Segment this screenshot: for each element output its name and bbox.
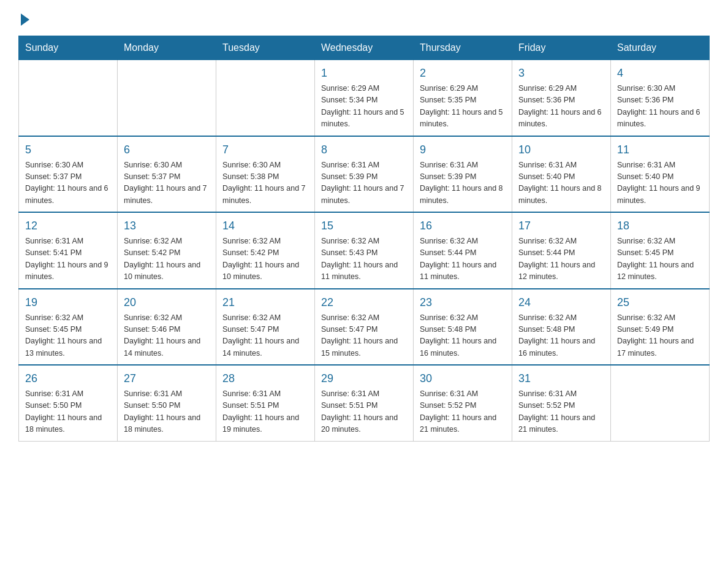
day-info: Sunrise: 6:32 AMSunset: 5:47 PMDaylight:… [222, 312, 308, 360]
calendar-cell: 3Sunrise: 6:29 AMSunset: 5:36 PMDaylight… [512, 60, 611, 136]
calendar-cell: 12Sunrise: 6:31 AMSunset: 5:41 PMDayligh… [19, 212, 118, 289]
day-info: Sunrise: 6:32 AMSunset: 5:48 PMDaylight:… [518, 312, 604, 360]
calendar-cell: 26Sunrise: 6:31 AMSunset: 5:50 PMDayligh… [19, 365, 118, 441]
day-number: 18 [617, 218, 703, 234]
day-info: Sunrise: 6:32 AMSunset: 5:45 PMDaylight:… [25, 312, 111, 360]
calendar-week-row: 12Sunrise: 6:31 AMSunset: 5:41 PMDayligh… [19, 212, 710, 289]
day-number: 31 [518, 370, 604, 387]
logo [18, 12, 29, 23]
day-info: Sunrise: 6:29 AMSunset: 5:34 PMDaylight:… [321, 83, 407, 131]
day-info: Sunrise: 6:31 AMSunset: 5:51 PMDaylight:… [222, 388, 308, 436]
day-info: Sunrise: 6:30 AMSunset: 5:38 PMDaylight:… [222, 159, 308, 207]
calendar-cell: 28Sunrise: 6:31 AMSunset: 5:51 PMDayligh… [216, 365, 315, 441]
calendar-cell: 25Sunrise: 6:32 AMSunset: 5:49 PMDayligh… [611, 289, 710, 366]
column-header-tuesday: Tuesday [216, 36, 315, 60]
day-info: Sunrise: 6:31 AMSunset: 5:40 PMDaylight:… [617, 159, 703, 207]
day-number: 3 [518, 65, 604, 82]
day-info: Sunrise: 6:32 AMSunset: 5:44 PMDaylight:… [518, 236, 604, 283]
calendar-week-row: 5Sunrise: 6:30 AMSunset: 5:37 PMDaylight… [19, 136, 710, 213]
day-number: 16 [420, 218, 506, 234]
calendar-cell: 5Sunrise: 6:30 AMSunset: 5:37 PMDaylight… [19, 136, 118, 213]
day-number: 8 [321, 142, 407, 158]
day-info: Sunrise: 6:32 AMSunset: 5:43 PMDaylight:… [321, 236, 407, 283]
calendar-cell: 16Sunrise: 6:32 AMSunset: 5:44 PMDayligh… [414, 212, 512, 289]
day-info: Sunrise: 6:32 AMSunset: 5:44 PMDaylight:… [420, 236, 506, 283]
day-number: 1 [321, 65, 407, 82]
calendar-cell: 23Sunrise: 6:32 AMSunset: 5:48 PMDayligh… [414, 289, 512, 366]
day-info: Sunrise: 6:31 AMSunset: 5:50 PMDaylight:… [25, 388, 111, 436]
day-number: 9 [420, 142, 506, 158]
day-number: 26 [25, 370, 111, 387]
calendar-cell: 1Sunrise: 6:29 AMSunset: 5:34 PMDaylight… [315, 60, 414, 136]
day-number: 30 [420, 370, 506, 387]
day-number: 13 [124, 218, 210, 234]
day-number: 17 [518, 218, 604, 234]
calendar-cell: 27Sunrise: 6:31 AMSunset: 5:50 PMDayligh… [118, 365, 216, 441]
calendar-cell: 30Sunrise: 6:31 AMSunset: 5:52 PMDayligh… [414, 365, 512, 441]
calendar-cell: 6Sunrise: 6:30 AMSunset: 5:37 PMDaylight… [118, 136, 216, 213]
calendar-cell: 17Sunrise: 6:32 AMSunset: 5:44 PMDayligh… [512, 212, 611, 289]
day-info: Sunrise: 6:29 AMSunset: 5:36 PMDaylight:… [518, 83, 604, 131]
calendar-cell: 22Sunrise: 6:32 AMSunset: 5:47 PMDayligh… [315, 289, 414, 366]
calendar-cell: 9Sunrise: 6:31 AMSunset: 5:39 PMDaylight… [414, 136, 512, 213]
day-info: Sunrise: 6:31 AMSunset: 5:51 PMDaylight:… [321, 388, 407, 436]
day-info: Sunrise: 6:30 AMSunset: 5:37 PMDaylight:… [25, 159, 111, 207]
column-header-wednesday: Wednesday [315, 36, 414, 60]
day-info: Sunrise: 6:32 AMSunset: 5:42 PMDaylight:… [222, 236, 308, 283]
calendar-week-row: 19Sunrise: 6:32 AMSunset: 5:45 PMDayligh… [19, 289, 710, 366]
day-number: 29 [321, 370, 407, 387]
calendar-cell: 4Sunrise: 6:30 AMSunset: 5:36 PMDaylight… [611, 60, 710, 136]
calendar-cell: 10Sunrise: 6:31 AMSunset: 5:40 PMDayligh… [512, 136, 611, 213]
day-number: 5 [25, 142, 111, 158]
day-number: 21 [222, 294, 308, 311]
calendar-cell: 18Sunrise: 6:32 AMSunset: 5:45 PMDayligh… [611, 212, 710, 289]
column-header-friday: Friday [512, 36, 611, 60]
calendar-cell: 2Sunrise: 6:29 AMSunset: 5:35 PMDaylight… [414, 60, 512, 136]
calendar-week-row: 26Sunrise: 6:31 AMSunset: 5:50 PMDayligh… [19, 365, 710, 441]
day-info: Sunrise: 6:29 AMSunset: 5:35 PMDaylight:… [420, 83, 506, 131]
day-number: 19 [25, 294, 111, 311]
calendar-cell: 15Sunrise: 6:32 AMSunset: 5:43 PMDayligh… [315, 212, 414, 289]
day-number: 20 [124, 294, 210, 311]
calendar-cell: 7Sunrise: 6:30 AMSunset: 5:38 PMDaylight… [216, 136, 315, 213]
calendar-cell [19, 60, 118, 136]
day-number: 15 [321, 218, 407, 234]
logo-arrow-icon [21, 13, 29, 26]
column-header-thursday: Thursday [414, 36, 512, 60]
calendar-cell: 29Sunrise: 6:31 AMSunset: 5:51 PMDayligh… [315, 365, 414, 441]
day-number: 28 [222, 370, 308, 387]
day-info: Sunrise: 6:30 AMSunset: 5:37 PMDaylight:… [124, 159, 210, 207]
day-info: Sunrise: 6:32 AMSunset: 5:49 PMDaylight:… [617, 312, 703, 360]
day-info: Sunrise: 6:32 AMSunset: 5:46 PMDaylight:… [124, 312, 210, 360]
column-header-saturday: Saturday [611, 36, 710, 60]
calendar-cell: 20Sunrise: 6:32 AMSunset: 5:46 PMDayligh… [118, 289, 216, 366]
day-info: Sunrise: 6:31 AMSunset: 5:52 PMDaylight:… [420, 388, 506, 436]
calendar-cell: 14Sunrise: 6:32 AMSunset: 5:42 PMDayligh… [216, 212, 315, 289]
day-number: 7 [222, 142, 308, 158]
day-number: 10 [518, 142, 604, 158]
day-number: 25 [617, 294, 703, 311]
calendar-cell: 19Sunrise: 6:32 AMSunset: 5:45 PMDayligh… [19, 289, 118, 366]
day-number: 24 [518, 294, 604, 311]
calendar-cell [216, 60, 315, 136]
day-info: Sunrise: 6:31 AMSunset: 5:52 PMDaylight:… [518, 388, 604, 436]
day-number: 12 [25, 218, 111, 234]
day-number: 4 [617, 65, 703, 82]
calendar-header-row: SundayMondayTuesdayWednesdayThursdayFrid… [19, 36, 710, 60]
day-number: 2 [420, 65, 506, 82]
day-number: 23 [420, 294, 506, 311]
day-number: 27 [124, 370, 210, 387]
column-header-sunday: Sunday [19, 36, 118, 60]
calendar-cell: 11Sunrise: 6:31 AMSunset: 5:40 PMDayligh… [611, 136, 710, 213]
calendar-cell [611, 365, 710, 441]
day-info: Sunrise: 6:30 AMSunset: 5:36 PMDaylight:… [617, 83, 703, 131]
page-header [18, 12, 710, 23]
day-number: 22 [321, 294, 407, 311]
day-info: Sunrise: 6:31 AMSunset: 5:40 PMDaylight:… [518, 159, 604, 207]
day-info: Sunrise: 6:31 AMSunset: 5:39 PMDaylight:… [420, 159, 506, 207]
day-info: Sunrise: 6:31 AMSunset: 5:39 PMDaylight:… [321, 159, 407, 207]
calendar-table: SundayMondayTuesdayWednesdayThursdayFrid… [18, 36, 710, 442]
column-header-monday: Monday [118, 36, 216, 60]
day-info: Sunrise: 6:32 AMSunset: 5:45 PMDaylight:… [617, 236, 703, 283]
calendar-week-row: 1Sunrise: 6:29 AMSunset: 5:34 PMDaylight… [19, 60, 710, 136]
